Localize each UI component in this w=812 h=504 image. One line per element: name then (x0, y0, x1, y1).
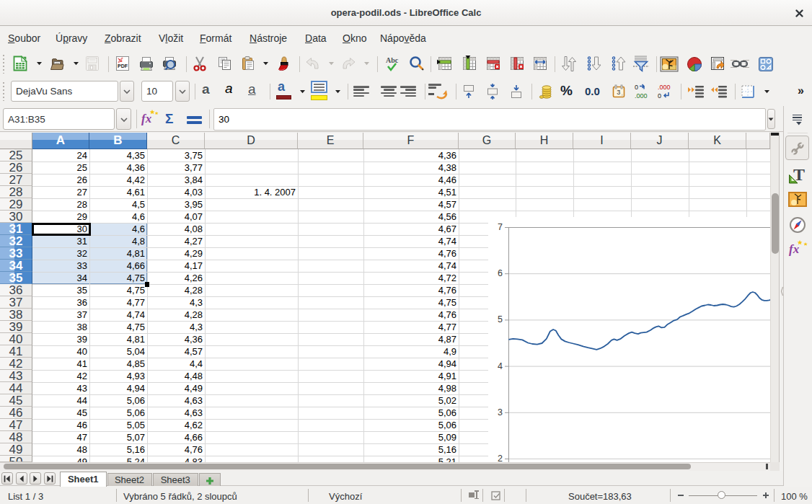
svg-text:Abc: Abc (386, 56, 399, 64)
svg-text:.000: .000 (658, 84, 671, 91)
svg-text:.000: .000 (635, 92, 648, 100)
svg-text:0: 0 (658, 92, 661, 100)
svg-text:PDF: PDF (118, 63, 128, 68)
svg-text:3: 3 (617, 89, 620, 96)
svg-text:0: 0 (635, 84, 638, 91)
